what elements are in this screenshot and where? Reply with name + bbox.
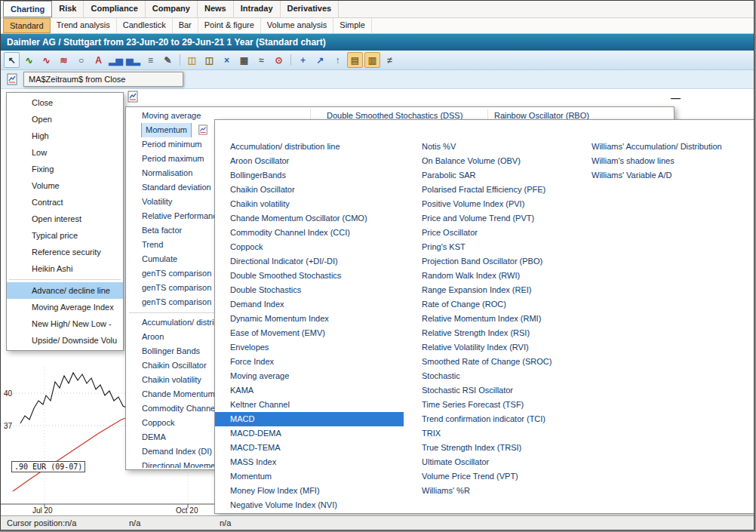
indicator-item[interactable]: Aroon Oscillator xyxy=(215,154,420,168)
indicator-item[interactable]: Momentum xyxy=(215,469,420,484)
indicator-item[interactable]: Chande Momentum Oscillator (CMO) xyxy=(215,211,420,226)
indicator-item[interactable]: Negative Volume Index (NVI) xyxy=(215,498,420,512)
indicator-item[interactable]: True Strength Index (TRSI) xyxy=(420,441,590,455)
indicator-item[interactable]: Double Stochastics xyxy=(215,283,420,297)
table-view-icon[interactable]: ▦ xyxy=(236,52,252,68)
volume-bars-icon[interactable]: ▂▅ xyxy=(108,52,124,68)
menu-tab[interactable]: Risk xyxy=(52,1,84,17)
draw-tool-icon[interactable]: ✎ xyxy=(160,52,176,68)
chart-type-tab[interactable]: Trend analysis xyxy=(51,18,117,33)
indicator-item[interactable]: Volume Price Trend (VPT) xyxy=(420,469,590,484)
indicator-item[interactable]: Relative Volatility Index (RVI) xyxy=(420,340,590,355)
indicator-item[interactable]: Commodity Channel Index (CCI) xyxy=(215,226,420,240)
time-cycle-icon[interactable]: ⊙ xyxy=(271,52,287,68)
compare-icon[interactable]: × xyxy=(219,52,235,68)
indicator-item[interactable]: On Balance Volume (OBV) xyxy=(420,154,590,168)
indicator-item[interactable]: KAMA xyxy=(215,383,420,398)
indicator-item[interactable]: Chaikin Oscillator xyxy=(215,183,420,197)
indicator-item[interactable]: William's shadow lines xyxy=(590,154,754,168)
ellipse-tool-icon[interactable]: ○ xyxy=(73,52,89,68)
menu-item[interactable]: Open interest xyxy=(7,211,123,227)
menu-item[interactable]: Low xyxy=(7,144,123,161)
text-tool-icon[interactable]: A xyxy=(91,52,106,68)
period-daily-icon[interactable]: ◫ xyxy=(184,52,200,68)
toolbar-separator[interactable] xyxy=(177,52,183,68)
indicator-item[interactable]: Coppock xyxy=(215,240,420,254)
indicator-item[interactable]: Time Series Forecast (TSF) xyxy=(420,398,590,412)
trend-channel-icon[interactable]: ↗ xyxy=(312,52,328,68)
indicator-item[interactable]: Ease of Movement (EMV) xyxy=(215,326,420,340)
menu-tab[interactable]: Derivatives xyxy=(281,1,340,17)
indicator-item[interactable]: Polarised Fractal Efficiency (PFE) xyxy=(420,183,590,197)
indicator-item[interactable]: Parabolic SAR xyxy=(420,168,590,183)
menu-item[interactable] xyxy=(7,277,123,282)
menu-item[interactable]: Open xyxy=(7,111,123,128)
chart-type-tab[interactable]: Volume analysis xyxy=(261,18,334,33)
menu-tab[interactable]: News xyxy=(198,1,234,17)
candlestick-tool-icon[interactable]: ◫ xyxy=(201,52,217,68)
indicator-item[interactable]: Ultimate Oscillator xyxy=(420,455,590,469)
indicator-item[interactable]: MACD-TEMA xyxy=(215,441,420,455)
indicator-item[interactable]: Price and Volume Trend (PVT) xyxy=(420,211,590,226)
menu-item[interactable]: Close xyxy=(7,94,123,111)
minimize-icon[interactable]: — xyxy=(671,92,681,103)
scale-up-icon[interactable]: ↑ xyxy=(330,52,346,68)
horizontal-lines-icon[interactable]: ≡ xyxy=(143,52,158,68)
indicator-item[interactable]: BollingerBands xyxy=(215,168,420,183)
indicator-item[interactable]: Notis %V xyxy=(420,140,590,154)
overlay-chart-icon[interactable]: ≋ xyxy=(56,52,72,68)
indicator-item[interactable]: TRIX xyxy=(420,426,590,441)
indicator-item[interactable]: Price Oscillator xyxy=(420,226,590,240)
chart-type-tab[interactable]: Bar xyxy=(173,18,198,33)
indicator-item[interactable]: Range Expansion Index (REI) xyxy=(420,283,590,297)
line-chart-red-icon[interactable]: ∿ xyxy=(38,52,54,68)
indicator-item[interactable]: Williams' Accumulation/ Distribution xyxy=(590,140,754,154)
indicator-item[interactable]: Pring's KST xyxy=(420,240,590,254)
histogram-icon[interactable]: ▅▂ xyxy=(125,52,141,68)
menu-item[interactable]: Moving Average Index xyxy=(7,299,123,315)
indicator-window-icon[interactable]: ▤ xyxy=(347,52,363,68)
oscillator-window-icon[interactable]: ▥ xyxy=(364,52,380,68)
indicator-item[interactable]: Stochastic xyxy=(420,369,590,383)
menu-tab[interactable]: Company xyxy=(146,1,198,17)
menu-item[interactable]: Upside/ Downside Volu xyxy=(7,332,123,349)
formula-combo[interactable]: MA$Zeitraum$ from Close xyxy=(23,72,183,87)
indicator-item[interactable]: Williams' %R xyxy=(420,484,590,498)
menu-item[interactable]: Advance/ decline line xyxy=(7,282,123,299)
menu-item[interactable]: Typical price xyxy=(7,227,123,244)
menu-item[interactable]: Reference security xyxy=(7,244,123,260)
indicator-item[interactable]: Envelopes xyxy=(215,340,420,355)
delete-study-icon[interactable]: ≠ xyxy=(382,52,398,68)
menu-item[interactable]: Fixing xyxy=(7,161,123,177)
menu-item[interactable]: Contract xyxy=(7,194,123,211)
indicator-item[interactable]: Demand Index xyxy=(215,297,420,312)
indicator-item[interactable]: Smoothed Rate of Change (SROC) xyxy=(420,355,590,369)
menu-item[interactable]: Heikin Ashi xyxy=(7,260,123,277)
indicator-item[interactable]: Money Flow Index (MFI) xyxy=(215,484,420,498)
indicator-item[interactable]: Dynamic Momentum Index xyxy=(215,312,420,326)
indicator-item[interactable]: Williams' Variable A/D xyxy=(590,168,754,183)
ma-formula-icon[interactable] xyxy=(5,72,19,86)
indicator-item[interactable]: Random Walk Index (RWI) xyxy=(420,269,590,283)
line-chart-green-icon[interactable]: ∿ xyxy=(21,52,37,68)
menu-tab[interactable]: Charting xyxy=(3,1,52,17)
indicator-item[interactable]: MACD-DEMA xyxy=(215,426,420,441)
indicator-item[interactable]: Positive Volume Index (PVI) xyxy=(420,197,590,211)
crosshair-icon[interactable]: + xyxy=(295,52,311,68)
menu-item[interactable]: New High/ New Low - xyxy=(7,315,123,332)
indicator-item[interactable]: Force Index xyxy=(215,355,420,369)
menu-item[interactable]: High xyxy=(7,128,123,144)
chart-type-tab[interactable]: Standard xyxy=(3,18,51,33)
indicator-item[interactable]: Rate of Change (ROC) xyxy=(420,297,590,312)
zigzag-icon[interactable]: ≈ xyxy=(254,52,269,68)
menu-item[interactable]: Volume xyxy=(7,177,123,194)
indicator-item[interactable]: Trend confirmation indicator (TCI) xyxy=(420,412,590,426)
indicator-item[interactable]: Relative Momentum Index (RMI) xyxy=(420,312,590,326)
indicator-item[interactable]: MASS Index xyxy=(215,455,420,469)
indicator-item[interactable]: Chaikin volatility xyxy=(215,197,420,211)
chart-type-tab[interactable]: Simple xyxy=(333,18,372,33)
chart-type-tab[interactable]: Point & figure xyxy=(198,18,261,33)
indicator-item[interactable]: Relative Strength Index (RSI) xyxy=(420,326,590,340)
toolbar-separator[interactable] xyxy=(288,52,293,68)
pointer-tool-icon[interactable]: ↖ xyxy=(4,52,20,68)
